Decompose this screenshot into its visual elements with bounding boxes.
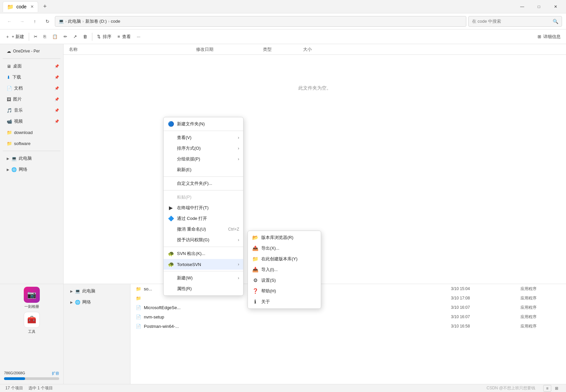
col-type-header[interactable]: 类型	[263, 46, 303, 52]
file-row[interactable]: 📄 MicrosoftEdgeSe... 3/10 16:07 应用程序	[130, 303, 566, 312]
menu-item-new-folder[interactable]: 🔵 新建文件夹(N)	[164, 119, 243, 129]
search-box[interactable]: 🔍	[468, 16, 562, 27]
close-button[interactable]: ✕	[548, 1, 563, 12]
sub-menu-item-import[interactable]: 📥 导入(I)...	[248, 264, 321, 275]
sidebar-item-desktop[interactable]: 🖥 桌面 📌	[1, 61, 62, 72]
delete-button[interactable]: 🗑	[80, 31, 90, 42]
menu-item-paste: 粘贴(P)	[164, 192, 243, 203]
sidebar-divider-2	[3, 151, 61, 151]
col-date-header[interactable]: 修改日期	[196, 46, 263, 52]
sidebar-item-software[interactable]: 📁 software	[1, 138, 62, 149]
sidebar-item-onedrive[interactable]: ☁ OneDrive - Per	[1, 46, 62, 56]
col-name-header[interactable]: 名称	[69, 46, 196, 52]
sub-menu-item-about[interactable]: ℹ 关于	[248, 296, 321, 307]
sidebar-item-music[interactable]: 🎵 音乐 📌	[1, 105, 62, 116]
network-icon-bottom: 🌐	[75, 300, 80, 305]
forward-button[interactable]: →	[17, 16, 27, 27]
menu-item-customize[interactable]: 自定义文件夹(F)...	[164, 178, 243, 189]
sub-menu-item-help[interactable]: ❓ 帮助(H)	[248, 286, 321, 296]
menu-item-view[interactable]: 查看(V) ›	[164, 132, 243, 143]
new-folder-icon: 🔵	[168, 121, 174, 127]
sub-menu-item-repo-browser[interactable]: 📂 版本库浏览器(R)	[248, 232, 321, 243]
arrow-icon-2: ›	[238, 146, 239, 151]
cut-button[interactable]: ✂	[31, 31, 40, 42]
menu-item-sort[interactable]: 排序方式(O) ›	[164, 143, 243, 154]
breadcrumb-folder[interactable]: code	[111, 19, 120, 24]
refresh-button[interactable]: ↻	[42, 16, 53, 27]
share-button[interactable]: ↗	[71, 31, 80, 42]
help-icon: ❓	[252, 288, 259, 294]
bottom-sidebar-network[interactable]: ▶ 🌐 网络	[65, 297, 129, 307]
new-button[interactable]: ＋ + 新建	[3, 31, 27, 42]
tab-folder-icon: 📁	[7, 4, 14, 10]
menu-item-svn-checkout[interactable]: 🐢 SVN 检出(K)...	[164, 248, 243, 259]
file-row[interactable]: 📄 nvm-setup 3/10 16:07 应用程序	[130, 312, 566, 321]
sidebar-item-download-folder[interactable]: 📁 download	[1, 127, 62, 138]
minimize-button[interactable]: —	[514, 1, 530, 12]
sidebar-item-downloads[interactable]: ⬇ 下载 📌	[1, 72, 62, 83]
menu-sep	[164, 131, 243, 131]
up-button[interactable]: ↑	[29, 16, 40, 27]
file-date: 3/10 15:04	[451, 286, 518, 291]
menu-sep-3	[164, 190, 243, 190]
file-name4: nvm-setup	[144, 314, 448, 319]
toolbar-separator	[29, 33, 29, 41]
disk-bar-bg	[4, 377, 59, 380]
copy-button[interactable]: ⎘	[41, 31, 49, 42]
bottom-sidebar-thispc[interactable]: ▶ 💻 此电脑	[65, 286, 129, 296]
menu-item-group[interactable]: 分组依据(P) ›	[164, 154, 243, 164]
arrow-icon-5: ›	[238, 262, 239, 267]
maximize-button[interactable]: □	[531, 1, 547, 12]
pin-icon: 📌	[55, 97, 59, 102]
sidebar-item-documents[interactable]: 📄 文档 📌	[1, 83, 62, 94]
sidebar-item-thispc[interactable]: ▶ 💻 此电脑	[1, 153, 62, 164]
toolbar: ＋ + 新建 ✂ ⎘ 📋 ✏ ↗ 🗑 ⇅ 排序 ≡ 查看 ··· ⊞ 详细信息	[0, 29, 566, 44]
app-icon-yikexiangce[interactable]: 📷 一刻相册	[24, 287, 40, 309]
view-icon: ≡	[117, 34, 120, 39]
breadcrumb[interactable]: 💻 › 此电脑 › 新加卷 (D:) › code	[55, 16, 466, 27]
more-button[interactable]: ···	[134, 31, 143, 42]
menu-item-access[interactable]: 授予访问权限(G) ›	[164, 235, 243, 245]
file-date3: 3/10 16:07	[451, 305, 518, 310]
sub-menu-item-create-repo[interactable]: 📁 在此创建版本库(Y)	[248, 254, 321, 264]
sub-menu-item-settings[interactable]: ⚙ 设置(S)	[248, 275, 321, 286]
menu-item-refresh[interactable]: 刷新(E)	[164, 164, 243, 175]
arrow-icon-4: ›	[238, 238, 239, 242]
tab-group: 📁 code ✕ +	[3, 1, 514, 12]
svn-icon: 🐢	[168, 251, 174, 257]
breadcrumb-this-pc[interactable]: 此电脑	[68, 18, 81, 24]
menu-item-terminal[interactable]: ▶ 在终端中打开(T)	[164, 203, 243, 213]
sidebar-item-network[interactable]: ▶ 🌐 网络	[1, 164, 62, 175]
menu-item-new[interactable]: 新建(W) ›	[164, 273, 243, 283]
sub-menu-item-export[interactable]: 📤 导出(X)...	[248, 243, 321, 254]
search-input[interactable]	[472, 19, 551, 24]
app-icon-tools[interactable]: 🧰 工具	[24, 312, 40, 334]
view-list-button[interactable]: ≡	[543, 385, 551, 392]
disk-info: 786G/2068G 扩容	[3, 370, 61, 381]
disk-usage: 786G/2068G	[4, 371, 25, 376]
paste-button[interactable]: 📋	[50, 31, 60, 42]
onedrive-icon: ☁	[7, 49, 11, 54]
menu-item-properties[interactable]: 属性(R)	[164, 283, 243, 294]
col-size-header[interactable]: 大小	[303, 46, 337, 52]
details-button[interactable]: ⊞ 详细信息	[535, 31, 563, 42]
sort-button[interactable]: ⇅ 排序	[94, 31, 114, 42]
breadcrumb-drive[interactable]: 新加卷 (D:)	[85, 18, 107, 24]
cut-icon: ✂	[34, 34, 37, 39]
sidebar-divider	[3, 58, 61, 59]
active-tab[interactable]: 📁 code ✕	[3, 1, 38, 12]
disk-expand-btn[interactable]: 扩容	[52, 371, 59, 376]
sidebar-item-pictures[interactable]: 🖼 图片 📌	[1, 94, 62, 105]
back-button[interactable]: ←	[4, 16, 15, 27]
view-grid-button[interactable]: ⊞	[553, 385, 561, 392]
tab-close-button[interactable]: ✕	[30, 4, 34, 9]
rename-button[interactable]: ✏	[61, 31, 70, 42]
new-tab-button[interactable]: +	[39, 1, 50, 12]
view-button[interactable]: ≡ 查看	[115, 31, 133, 42]
menu-item-undo[interactable]: 撤消 重命名(U) Ctrl+Z	[164, 224, 243, 235]
menu-item-tortoise[interactable]: 🐢 TortoiseSVN ›	[164, 259, 243, 270]
file-row[interactable]: 📄 Postman-win64-... 3/10 16:58 应用程序	[130, 321, 566, 331]
menu-item-vscode[interactable]: 🔷 通过 Code 打开	[164, 213, 243, 224]
sidebar-item-videos[interactable]: 📹 视频 📌	[1, 116, 62, 127]
toolbar-separator-2	[92, 33, 92, 41]
